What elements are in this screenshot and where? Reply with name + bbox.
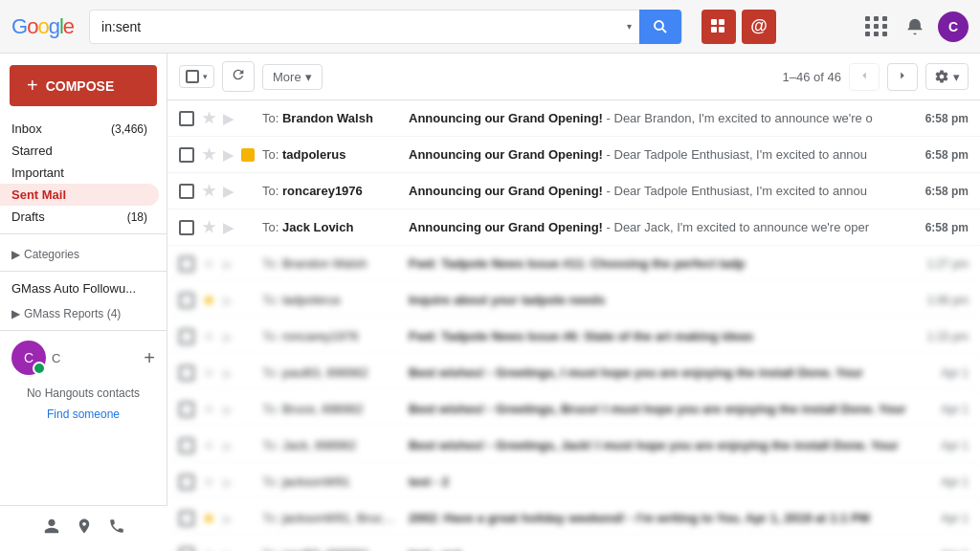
select-checkbox-dropdown[interactable]: ▾ xyxy=(179,65,214,88)
refresh-button[interactable] xyxy=(222,61,255,92)
important-icon: ▶ xyxy=(223,293,234,308)
email-checkbox[interactable] xyxy=(179,547,194,552)
email-time: Apr 1 xyxy=(941,548,969,552)
star-icon[interactable]: ★ xyxy=(202,545,215,551)
important-icon: ▶ xyxy=(223,329,234,344)
email-checkbox[interactable] xyxy=(179,220,194,235)
email-checkbox[interactable] xyxy=(179,511,194,526)
email-checkbox[interactable] xyxy=(179,256,194,272)
svg-rect-4 xyxy=(711,27,717,33)
email-checkbox[interactable] xyxy=(179,111,194,126)
search-bar: ▾ xyxy=(89,10,682,44)
find-someone-link[interactable]: Find someone xyxy=(0,408,167,421)
star-icon[interactable]: ★ xyxy=(202,364,215,382)
hangout-user[interactable]: C C + xyxy=(0,337,167,379)
drafts-label: Drafts xyxy=(11,209,127,224)
grid-icon xyxy=(710,18,727,35)
sidebar-bottom xyxy=(0,505,167,551)
email-row[interactable]: ★ ▶ To: jacksonW91 test - 2 Apr 1 xyxy=(167,464,980,500)
chevron-right-icon xyxy=(896,69,909,82)
settings-button[interactable]: ▾ xyxy=(925,63,969,90)
person-icon[interactable] xyxy=(43,518,60,540)
email-row[interactable]: ★ ▶ To: paul83, 898982 test - out Apr 1 xyxy=(167,537,980,551)
avatar[interactable]: C xyxy=(938,11,969,42)
sidebar-item-starred[interactable]: Starred xyxy=(0,140,159,162)
search-input[interactable] xyxy=(90,19,619,34)
more-button[interactable]: More ▾ xyxy=(262,64,323,90)
sidebar-item-important[interactable]: Important xyxy=(0,162,159,184)
email-row[interactable]: ★ ▶ To: jacksonW91, Bruce... +2 2002: Ha… xyxy=(167,500,980,537)
star-icon[interactable]: ★ xyxy=(202,109,215,127)
phone-icon[interactable] xyxy=(108,518,125,540)
email-checkbox[interactable] xyxy=(179,474,194,490)
pagination-text: 1–46 of 46 xyxy=(783,70,841,84)
email-row[interactable]: ★ ▶ To: tadpolerus Inquire about your ta… xyxy=(167,282,980,319)
email-time: 1:27 pm xyxy=(927,257,969,271)
sidebar-item-gmass-followup[interactable]: GMass Auto Followu... xyxy=(0,277,167,299)
important-icon: ▶ xyxy=(223,256,234,272)
refresh-icon xyxy=(231,67,246,82)
star-icon[interactable]: ★ xyxy=(202,182,215,200)
email-to: To: Jack, 898982 xyxy=(262,438,401,452)
apps-button[interactable] xyxy=(861,11,892,42)
email-row[interactable]: ★ ▶ To: tadpolerus Announcing our Grand … xyxy=(167,137,980,173)
star-icon[interactable]: ★ xyxy=(202,509,215,527)
important-icon: ▶ xyxy=(223,111,234,126)
chevron-left-icon xyxy=(858,69,871,82)
categories-section[interactable]: ▶ Categories xyxy=(0,240,167,265)
email-row[interactable]: ★ ▶ To: Jack Lovich Announcing our Grand… xyxy=(167,209,980,246)
email-checkbox[interactable] xyxy=(179,293,194,308)
email-row[interactable]: ★ ▶ To: Brandon Walsh Announcing our Gra… xyxy=(167,100,980,137)
star-icon[interactable]: ★ xyxy=(202,291,215,309)
email-row[interactable]: ★ ▶ To: Bruce, 898982 Best wishes! - Gre… xyxy=(167,391,980,428)
email-checkbox[interactable] xyxy=(179,438,194,453)
prev-page-button[interactable] xyxy=(849,63,880,91)
important-icon: ▶ xyxy=(223,220,234,235)
email-checkbox[interactable] xyxy=(179,329,194,344)
main-layout: + COMPOSE Inbox (3,466) Starred Importan… xyxy=(0,54,980,551)
email-time: 1:06 pm xyxy=(927,294,969,307)
drafts-count: (18) xyxy=(127,210,147,224)
star-icon[interactable]: ★ xyxy=(202,327,215,345)
no-contacts-text: No Hangouts contacts xyxy=(0,379,167,408)
notifications-button[interactable] xyxy=(900,11,930,42)
email-checkbox[interactable] xyxy=(179,147,194,163)
email-row[interactable]: ★ ▶ To: roncarey1976 Fwd: Tadpole News I… xyxy=(167,319,980,355)
email-checkbox[interactable] xyxy=(179,402,194,417)
star-icon[interactable]: ★ xyxy=(202,473,215,491)
email-to: To: tadpolerus xyxy=(262,147,401,162)
important-icon: ▶ xyxy=(223,547,234,552)
sidebar-item-inbox[interactable]: Inbox (3,466) xyxy=(0,118,159,140)
important-icon: ▶ xyxy=(223,147,234,163)
email-row[interactable]: ★ ▶ To: Jack, 898982 Best wishes! - Gree… xyxy=(167,428,980,464)
location-icon[interactable] xyxy=(76,518,93,540)
star-icon[interactable]: ★ xyxy=(202,254,215,273)
important-label: Important xyxy=(11,165,147,180)
email-to: To: Brandon Walsh xyxy=(262,256,401,271)
hangout-add-button[interactable]: + xyxy=(144,347,155,369)
search-dropdown-button[interactable]: ▾ xyxy=(619,21,639,32)
star-icon[interactable]: ★ xyxy=(202,436,215,454)
star-icon[interactable]: ★ xyxy=(202,145,215,164)
email-to: To: tadpolerus xyxy=(262,293,401,307)
email-row[interactable]: ★ ▶ To: paul83, 898982 Best wishes! - Gr… xyxy=(167,355,980,391)
sidebar-item-sent[interactable]: Sent Mail xyxy=(0,184,159,206)
email-row[interactable]: ★ ▶ To: roncarey1976 Announcing our Gran… xyxy=(167,173,980,209)
next-page-button[interactable] xyxy=(887,63,918,91)
email-row[interactable]: ★ ▶ To: Brandon Walsh Fwd: Tadpole News … xyxy=(167,246,980,282)
compose-button[interactable]: + COMPOSE xyxy=(10,65,157,106)
email-checkbox[interactable] xyxy=(179,184,194,199)
google-logo: Google xyxy=(11,14,74,39)
search-icon xyxy=(652,18,669,35)
search-button[interactable] xyxy=(639,10,681,44)
gmass-reports-section[interactable]: ▶ GMass Reports (4) xyxy=(0,299,167,324)
gmass-at-button[interactable]: @ xyxy=(742,10,776,44)
hangout-avatar: C xyxy=(11,341,46,375)
star-icon[interactable]: ★ xyxy=(202,400,215,418)
expand-icon: ▶ xyxy=(11,248,20,261)
gmass-grid-button[interactable] xyxy=(702,10,736,44)
star-icon[interactable]: ★ xyxy=(202,218,215,236)
email-time: Apr 1 xyxy=(941,366,969,380)
email-checkbox[interactable] xyxy=(179,365,194,381)
sidebar-item-drafts[interactable]: Drafts (18) xyxy=(0,206,159,228)
